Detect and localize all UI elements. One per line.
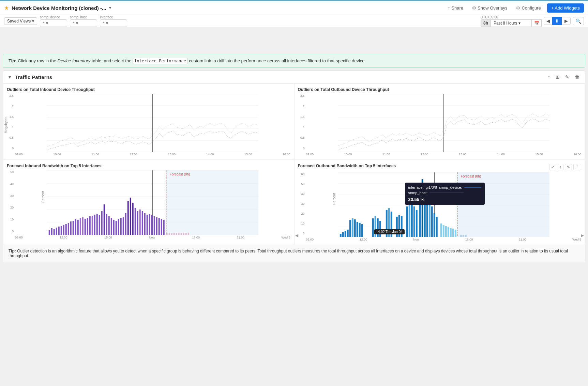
section-delete-button[interactable]: 🗑 bbox=[573, 74, 581, 80]
svg-rect-37 bbox=[82, 217, 84, 235]
snmp-device-dropdown[interactable]: * ▾ bbox=[40, 19, 67, 27]
star-icon[interactable]: ★ bbox=[4, 5, 9, 11]
svg-rect-45 bbox=[101, 211, 103, 235]
outbound-chart-area: 2.5 2 1.5 1 0.5 0 bbox=[298, 94, 582, 156]
section-share-button[interactable]: ↑ bbox=[546, 74, 552, 80]
out-y-0: 0 bbox=[298, 146, 305, 150]
fo-share-button[interactable]: ↑ bbox=[558, 164, 564, 170]
inbound-y-label: Megabytes bbox=[4, 117, 8, 134]
svg-rect-63 bbox=[144, 213, 146, 235]
fi-x-15: 15:00 bbox=[104, 236, 112, 239]
svg-rect-95 bbox=[340, 234, 341, 237]
tip1-text1: Click any row in the bbox=[18, 58, 57, 63]
svg-rect-38 bbox=[85, 219, 86, 235]
fo-x-axis: 09:00 12:00 Now 18:00 21:00 Wed 5 bbox=[306, 238, 582, 241]
x-tick-14: 14:00 bbox=[206, 153, 214, 156]
fi-y-40: 40 bbox=[7, 182, 14, 186]
svg-rect-32 bbox=[70, 221, 72, 235]
fo-more-button[interactable]: ⋮ bbox=[573, 164, 581, 170]
svg-rect-127 bbox=[436, 217, 437, 237]
svg-rect-40 bbox=[89, 216, 91, 235]
saved-views-chevron: ▾ bbox=[32, 19, 34, 24]
fo-chart-area: 60 50 40 30 20 10 0 bbox=[298, 172, 582, 241]
fo-expand-button[interactable]: ⤢ bbox=[549, 164, 556, 170]
show-overlays-button[interactable]: ⚙ Show Overlays bbox=[469, 4, 510, 12]
tip1-italic: Device Inventory bbox=[58, 58, 91, 63]
svg-rect-31 bbox=[68, 223, 69, 235]
section-title-group: ▾ Traffic Patterns bbox=[7, 74, 52, 80]
svg-rect-48 bbox=[108, 216, 110, 235]
svg-rect-27 bbox=[58, 227, 60, 235]
forecast-inbound-panel: Forecast Inbound Bandwidth on Top 5 Inte… bbox=[3, 160, 294, 245]
out-x-10: 10:00 bbox=[344, 153, 352, 156]
snmp-host-dropdown[interactable]: * ▾ bbox=[70, 19, 97, 27]
next-button[interactable]: ▶ bbox=[562, 17, 571, 25]
tip-box-1: Tip: Click any row in the Device Invento… bbox=[3, 54, 585, 68]
section-header: ▾ Traffic Patterns ↑ ⊞ ✎ 🗑 bbox=[3, 71, 585, 83]
svg-rect-30 bbox=[65, 224, 67, 235]
svg-rect-56 bbox=[127, 201, 129, 235]
svg-text:Forecast (8h): Forecast (8h) bbox=[461, 174, 481, 178]
fi-y-50: 50 bbox=[7, 170, 14, 174]
svg-rect-102 bbox=[356, 222, 358, 237]
section-grid-button[interactable]: ⊞ bbox=[554, 74, 561, 80]
main-content: Tip: Click any row in the Device Invento… bbox=[0, 27, 588, 267]
svg-rect-55 bbox=[125, 213, 126, 235]
svg-rect-25 bbox=[54, 229, 55, 235]
svg-rect-35 bbox=[77, 220, 79, 235]
fo-x-now: Now bbox=[413, 238, 419, 241]
svg-rect-101 bbox=[354, 219, 356, 237]
svg-rect-136 bbox=[462, 235, 464, 237]
svg-rect-121 bbox=[421, 179, 423, 237]
scroll-left-button[interactable]: ◀ bbox=[295, 233, 298, 238]
time-range-button[interactable]: Past 8 Hours ▾ bbox=[491, 19, 532, 27]
search-button[interactable]: 🔍 bbox=[573, 17, 584, 25]
configure-button[interactable]: ⚙ Configure bbox=[513, 4, 543, 12]
share-icon: ↑ bbox=[448, 5, 450, 11]
svg-rect-80 bbox=[185, 233, 187, 235]
svg-rect-135 bbox=[460, 235, 462, 237]
time-group: UTC+09:00 8h Past 8 Hours ▾ 📅 bbox=[481, 15, 542, 27]
scroll-right-button[interactable]: ▶ bbox=[581, 233, 584, 238]
svg-rect-125 bbox=[431, 206, 433, 237]
x-tick-09: 09:00 bbox=[15, 153, 23, 156]
x-tick-13: 13:00 bbox=[168, 153, 176, 156]
share-button[interactable]: ↑ Share bbox=[445, 4, 466, 12]
fo-x-21: 21:00 bbox=[519, 238, 527, 241]
pause-button[interactable]: ⏸ bbox=[552, 17, 562, 25]
interface-dropdown[interactable]: * ▾ bbox=[100, 19, 127, 27]
fo-y-30: 30 bbox=[298, 202, 305, 205]
svg-rect-39 bbox=[87, 218, 88, 235]
top-bar-right: ↑ Share ⚙ Show Overlays ⚙ Configure + Ad… bbox=[445, 3, 584, 13]
svg-rect-120 bbox=[419, 183, 421, 237]
out-x-14: 14:00 bbox=[497, 153, 505, 156]
forecast-outbound-panel: Forecast Outbound Bandwidth on Top 5 Int… bbox=[294, 160, 585, 245]
inbound-chart-area: 2.5 2 1.5 1 0.5 0 Megabytes bbox=[7, 94, 290, 156]
svg-rect-70 bbox=[161, 219, 162, 235]
saved-views-dropdown[interactable]: Saved Views ▾ bbox=[4, 17, 37, 25]
traffic-patterns-section: ▾ Traffic Patterns ↑ ⊞ ✎ 🗑 Outliers on T… bbox=[3, 71, 585, 262]
svg-rect-133 bbox=[452, 229, 454, 237]
fi-x-12: 12:00 bbox=[60, 236, 67, 239]
fo-panel-actions: ⤢ ↑ ✎ ⋮ bbox=[549, 164, 582, 170]
svg-rect-119 bbox=[416, 210, 417, 237]
section-collapse-button[interactable]: ▾ bbox=[7, 74, 12, 80]
playback-controls: ◀ ⏸ ▶ bbox=[544, 17, 571, 25]
section-edit-button[interactable]: ✎ bbox=[564, 74, 571, 80]
svg-rect-108 bbox=[379, 221, 381, 237]
title-chevron-icon[interactable]: ▾ bbox=[109, 5, 111, 10]
interface-filter: interface * ▾ bbox=[100, 15, 127, 27]
svg-rect-96 bbox=[342, 232, 344, 237]
add-widgets-button[interactable]: + Add Widgets bbox=[547, 3, 584, 13]
svg-rect-98 bbox=[347, 230, 348, 237]
fi-x-wed5: Wed 5 bbox=[282, 236, 290, 239]
y-tick-0: 0 bbox=[7, 146, 14, 150]
time-badge: 8h bbox=[481, 19, 491, 27]
fi-y-30: 30 bbox=[7, 194, 14, 198]
svg-rect-47 bbox=[106, 214, 107, 235]
calendar-icon[interactable]: 📅 bbox=[532, 19, 542, 27]
svg-rect-73 bbox=[169, 233, 170, 235]
fo-y-0: 0 bbox=[298, 232, 305, 235]
prev-button[interactable]: ◀ bbox=[544, 17, 552, 25]
fo-edit-button[interactable]: ✎ bbox=[565, 164, 572, 170]
